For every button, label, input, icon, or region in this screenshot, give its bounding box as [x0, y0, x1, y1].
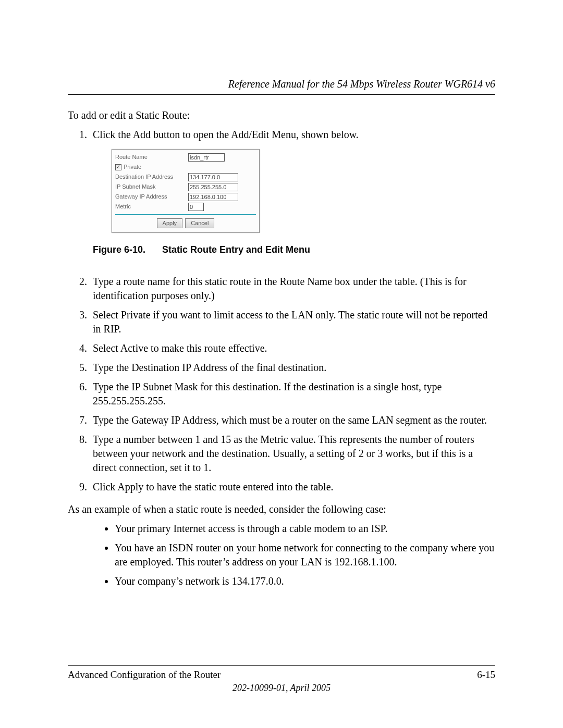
example-intro: As an example of when a static route is …: [68, 503, 495, 515]
steps-list: Click the Add button to open the Add/Edi…: [68, 128, 495, 494]
figure-title: Static Route Entry and Edit Menu: [162, 244, 310, 255]
step-5: Type the Destination IP Address of the f…: [90, 361, 495, 375]
figure-caption: Figure 6-10.Static Route Entry and Edit …: [93, 243, 495, 256]
example-bullets: Your primary Internet access is through …: [68, 522, 495, 588]
footer-pub: 202-10099-01, April 2005: [68, 683, 495, 694]
cancel-button[interactable]: Cancel: [185, 218, 214, 228]
route-name-label: Route Name: [115, 153, 188, 161]
gateway-ip-label: Gateway IP Address: [115, 193, 188, 201]
private-label: Private: [124, 163, 141, 171]
gateway-ip-input[interactable]: 192.168.0.100: [188, 193, 238, 201]
step-2: Type a route name for this static route …: [90, 275, 495, 303]
metric-label: Metric: [115, 203, 188, 211]
subnet-mask-label: IP Subnet Mask: [115, 183, 188, 191]
figure-wrap: Route Name isdn_rtr ✓ Private Destinatio…: [112, 149, 495, 233]
route-name-input[interactable]: isdn_rtr: [188, 153, 225, 162]
step-8: Type a number between 1 and 15 as the Me…: [90, 433, 495, 475]
form-divider: [115, 214, 256, 215]
page: Reference Manual for the 54 Mbps Wireles…: [0, 0, 563, 728]
router-form: Route Name isdn_rtr ✓ Private Destinatio…: [112, 149, 260, 233]
subnet-mask-input[interactable]: 255.255.255.0: [188, 183, 238, 191]
step-9: Click Apply to have the static route ent…: [90, 480, 495, 494]
intro-text: To add or edit a Static Route:: [68, 109, 495, 121]
metric-input[interactable]: 0: [188, 203, 204, 211]
dest-ip-input[interactable]: 134.177.0.0: [188, 173, 238, 181]
step-text: Click the Add button to open the Add/Edi…: [93, 129, 359, 140]
bullet-2: You have an ISDN router on your home net…: [115, 541, 495, 569]
step-4: Select Active to make this route effecti…: [90, 341, 495, 355]
private-checkbox[interactable]: ✓: [115, 164, 121, 170]
bullet-1: Your primary Internet access is through …: [115, 522, 495, 536]
footer-section: Advanced Configuration of the Router: [68, 669, 221, 681]
apply-button[interactable]: Apply: [157, 218, 183, 228]
step-1: Click the Add button to open the Add/Edi…: [90, 128, 495, 256]
footer-page-number: 6-15: [477, 669, 495, 681]
step-3: Select Private if you want to limit acce…: [90, 308, 495, 336]
dest-ip-label: Destination IP Address: [115, 173, 188, 181]
figure-number: Figure 6-10.: [93, 244, 145, 255]
bullet-3: Your company’s network is 134.177.0.0.: [115, 574, 495, 588]
step-6: Type the IP Subnet Mask for this destina…: [90, 380, 495, 408]
page-footer: Advanced Configuration of the Router 6-1…: [68, 665, 495, 694]
running-head: Reference Manual for the 54 Mbps Wireles…: [68, 78, 495, 95]
step-7: Type the Gateway IP Address, which must …: [90, 413, 495, 427]
